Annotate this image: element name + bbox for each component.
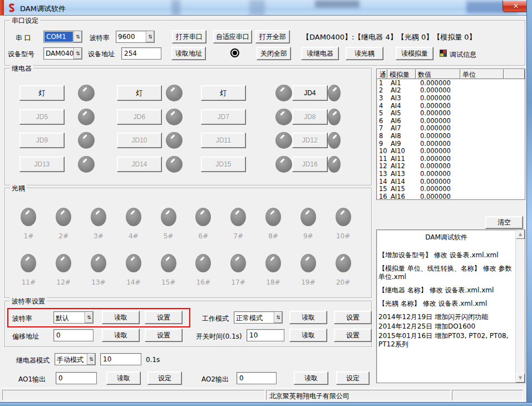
table-row[interactable]: 5 AI5 0.000000 bbox=[377, 109, 525, 117]
device-addr-label: 设备地址 bbox=[88, 50, 115, 59]
table-row[interactable]: 8 AI8 0.000000 bbox=[377, 132, 525, 140]
open-all-button[interactable]: 打开全部 bbox=[255, 30, 290, 43]
read-address-button[interactable]: 读取地址 bbox=[171, 47, 206, 60]
switch-time-set-button[interactable]: 设置 bbox=[334, 329, 372, 342]
opto-led-indicator bbox=[265, 208, 281, 226]
table-row[interactable]: 4 AI4 0.000000 bbox=[377, 102, 525, 110]
table-row[interactable]: 1 AI1 0.000000 bbox=[377, 79, 525, 87]
read-analog-button[interactable]: 读模拟量 bbox=[396, 47, 434, 60]
relay-button[interactable]: JD11 bbox=[201, 133, 246, 148]
ao2-set-button[interactable]: 设定 bbox=[336, 371, 370, 385]
combo-arrow-icon[interactable]: ⇅ bbox=[146, 31, 154, 42]
opto-led-indicator bbox=[230, 208, 246, 226]
relay-button[interactable]: JD13 bbox=[19, 156, 65, 172]
combo-arrow-icon[interactable]: ⇅ bbox=[85, 312, 93, 323]
scroll-down-icon[interactable]: ▼ bbox=[516, 374, 525, 383]
relay-button[interactable]: JD7 bbox=[201, 109, 246, 125]
baud-set-button[interactable]: 设置 bbox=[145, 311, 183, 324]
relay-button[interactable]: JD6 bbox=[117, 109, 162, 125]
ao1-set-button[interactable]: 设定 bbox=[147, 371, 182, 385]
relay-cell: JD9 bbox=[19, 129, 117, 153]
combo-arrow-icon[interactable]: ⇅ bbox=[87, 354, 95, 365]
relay-button[interactable]: JD14 bbox=[117, 156, 162, 172]
relay-led-indicator bbox=[275, 85, 292, 101]
work-mode-select[interactable]: 正常模式 ⇅ bbox=[234, 311, 283, 324]
close-all-button[interactable]: 关闭全部 bbox=[257, 47, 291, 60]
offset-addr-input[interactable] bbox=[53, 329, 93, 341]
relay-button[interactable]: JD10 bbox=[117, 133, 162, 148]
header-channel[interactable]: 通 bbox=[377, 69, 387, 79]
header-value[interactable]: 数值 bbox=[416, 69, 460, 79]
relay-button[interactable]: 灯 bbox=[201, 85, 246, 101]
connection-status-indicator bbox=[230, 48, 239, 57]
ao2-input[interactable] bbox=[237, 372, 277, 384]
relay-button[interactable]: 灯 bbox=[19, 85, 65, 101]
baud-rate-select[interactable]: 9600 ⇅ bbox=[116, 31, 155, 43]
relay-button[interactable]: JD8 bbox=[292, 109, 328, 125]
relay-button[interactable]: 灯 bbox=[117, 85, 162, 101]
work-mode-read-button[interactable]: 读取 bbox=[289, 311, 327, 324]
header-analog[interactable]: 模拟量 bbox=[387, 69, 416, 79]
switch-time-read-button[interactable]: 读取 bbox=[289, 329, 327, 342]
header-unit[interactable]: 单位 bbox=[460, 69, 504, 79]
combo-arrow-icon[interactable]: ⇅ bbox=[73, 48, 82, 59]
offset-set-button[interactable]: 设置 bbox=[145, 329, 183, 342]
table-row[interactable]: 12 AI12 0.000000 bbox=[377, 163, 525, 170]
table-row[interactable]: 3 AI3 0.000000 bbox=[377, 94, 525, 102]
analog-table-header: 通 模拟量 数值 单位 bbox=[377, 69, 525, 79]
log-panel[interactable]: DAM调试软件 【增加设备型号】 修改 设备表.xml.xml 【模拟量 单位、… bbox=[376, 229, 525, 383]
com-port-select[interactable]: COM1 ⇅ bbox=[43, 31, 82, 43]
table-row[interactable]: 9 AI9 0.000000 bbox=[377, 140, 525, 148]
relay-button[interactable]: JD15 bbox=[201, 156, 246, 172]
relay-mode-select[interactable]: 手动模式 ⇅ bbox=[55, 353, 96, 365]
relay-mode-time-unit: 0.1s bbox=[146, 356, 160, 364]
read-relay-button[interactable]: 读继电器 bbox=[301, 47, 339, 60]
log-scrollbar[interactable]: ▲ ▼ bbox=[515, 230, 525, 383]
app-window: DAM调试软件 ✕ 串口设定 串 口 COM1 ⇅ 波特率 9600 ⇅ 打开串… bbox=[0, 0, 532, 406]
auto-adapt-port-button[interactable]: 自适应串口 bbox=[213, 30, 252, 43]
ao1-read-button[interactable]: 读取 bbox=[106, 371, 141, 385]
baud-read-button[interactable]: 读取 bbox=[102, 311, 140, 324]
table-row[interactable]: 7 AI7 0.000000 bbox=[377, 125, 525, 133]
opto-cell: 12# bbox=[46, 247, 81, 293]
scroll-up-icon[interactable]: ▲ bbox=[516, 230, 525, 239]
baud-setting-label: 波特率 bbox=[12, 314, 32, 324]
relay-button[interactable]: JD9 bbox=[19, 133, 65, 148]
combo-arrow-icon[interactable]: ⇅ bbox=[274, 312, 282, 323]
table-row[interactable]: 16 AI16 0.000000 bbox=[377, 193, 525, 200]
baud-setting-select[interactable]: 默认 ⇅ bbox=[53, 311, 93, 324]
relay-button[interactable]: JD12 bbox=[292, 133, 328, 148]
device-addr-input[interactable] bbox=[121, 47, 161, 60]
offset-read-button[interactable]: 读取 bbox=[102, 329, 140, 342]
relay-button[interactable]: JD16 bbox=[292, 156, 328, 172]
open-port-button[interactable]: 打开串口 bbox=[172, 30, 206, 43]
combo-arrow-icon[interactable]: ⇅ bbox=[73, 31, 82, 42]
relay-led-indicator bbox=[78, 132, 95, 149]
relay-button[interactable]: JD5 bbox=[19, 109, 65, 125]
read-opto-button[interactable]: 读光耦 bbox=[346, 47, 383, 60]
relay-button[interactable]: JD4 bbox=[292, 85, 328, 101]
table-row[interactable]: 10 AI10 0.000000 bbox=[377, 147, 525, 155]
relay-mode-time-input[interactable] bbox=[100, 353, 141, 365]
debug-info-icon[interactable] bbox=[440, 50, 447, 57]
ao2-label: AO2输出 bbox=[201, 375, 229, 384]
close-button[interactable]: ✕ bbox=[503, 1, 529, 12]
ao1-input[interactable] bbox=[56, 372, 97, 384]
table-row[interactable]: 2 AI2 0.000000 bbox=[377, 87, 525, 95]
work-mode-set-button[interactable]: 设置 bbox=[334, 311, 372, 324]
cell-channel: 1 bbox=[377, 79, 387, 87]
cell-channel: 3 bbox=[377, 94, 387, 102]
table-row[interactable]: 14 AI14 0.000000 bbox=[377, 178, 525, 185]
offset-addr-label: 偏移地址 bbox=[12, 332, 39, 341]
table-row[interactable]: 11 AI11 0.000000 bbox=[377, 155, 525, 163]
ao2-read-button[interactable]: 读取 bbox=[294, 371, 328, 385]
table-row[interactable]: 15 AI15 0.000000 bbox=[377, 185, 525, 193]
device-model-select[interactable]: DAM0400 ⇅ bbox=[43, 47, 82, 60]
close-icon: ✕ bbox=[513, 2, 519, 10]
debug-info-label[interactable]: 调试信息 bbox=[450, 50, 476, 60]
status-panel-left bbox=[2, 390, 265, 400]
clear-log-button[interactable]: 清空 bbox=[485, 216, 523, 229]
table-row[interactable]: 13 AI13 0.000000 bbox=[377, 170, 525, 178]
table-row[interactable]: 6 AI6 0.000000 bbox=[377, 117, 525, 125]
switch-time-input[interactable] bbox=[247, 329, 284, 341]
